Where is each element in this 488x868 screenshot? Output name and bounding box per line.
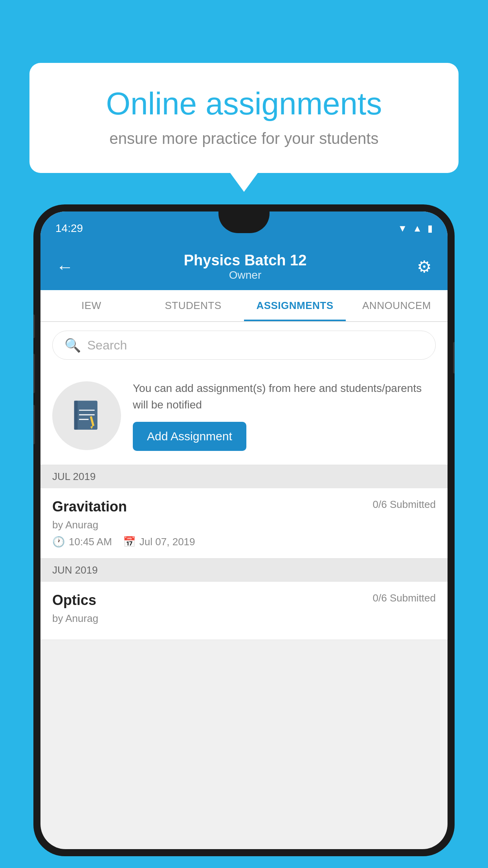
back-button[interactable]: ← (56, 257, 73, 277)
status-time: 14:29 (55, 222, 83, 235)
page-subtitle: Owner (73, 269, 417, 281)
power-button (453, 342, 455, 373)
clock-icon: 🕐 (52, 536, 65, 548)
assignment-name-optics: Optics (52, 592, 96, 609)
battery-icon: ▮ (427, 223, 433, 234)
promo-right: You can add assignment(s) from here and … (133, 380, 436, 451)
assignment-submitted: 0/6 Submitted (373, 498, 436, 511)
assignment-item-optics[interactable]: Optics 0/6 Submitted by Anurag (40, 582, 448, 640)
volume-down-button (33, 354, 35, 393)
section-header-jun: JUN 2019 (40, 559, 448, 582)
assignment-name: Gravitation (52, 498, 127, 515)
tab-iew[interactable]: IEW (40, 290, 142, 321)
promo-text: You can add assignment(s) from here and … (133, 380, 436, 413)
section-header-jul: JUL 2019 (40, 465, 448, 488)
status-icons: ▼ ▲ ▮ (398, 223, 433, 234)
app-header: ← Physics Batch 12 Owner ⚙ (40, 245, 448, 290)
page-title: Physics Batch 12 (73, 252, 417, 269)
add-assignment-promo: You can add assignment(s) from here and … (40, 368, 448, 465)
assignment-date: 📅 Jul 07, 2019 (123, 536, 195, 548)
notebook-icon (69, 398, 105, 433)
search-bar[interactable]: 🔍 Search (52, 331, 436, 360)
volume-up-button (33, 314, 35, 338)
tab-announcements[interactable]: ANNOUNCEM (346, 290, 448, 321)
wifi-icon: ▼ (398, 223, 407, 234)
status-bar: 14:29 ▼ ▲ ▮ (40, 211, 448, 245)
signal-icon: ▲ (413, 223, 422, 234)
tab-bar: IEW STUDENTS ASSIGNMENTS ANNOUNCEM (40, 290, 448, 322)
assignment-item-gravitation[interactable]: Gravitation 0/6 Submitted by Anurag 🕐 10… (40, 488, 448, 559)
phone-screen: 14:29 ▼ ▲ ▮ ← Physics Batch 12 Owner ⚙ I… (40, 211, 448, 849)
svg-rect-1 (74, 401, 77, 430)
speech-bubble-title: Online assignments (57, 86, 431, 121)
assignment-top: Gravitation 0/6 Submitted (52, 498, 436, 515)
search-placeholder: Search (87, 338, 127, 353)
tab-assignments[interactable]: ASSIGNMENTS (244, 290, 346, 321)
speech-bubble-subtitle: ensure more practice for your students (57, 130, 431, 147)
settings-icon[interactable]: ⚙ (417, 257, 432, 276)
assignment-time: 🕐 10:45 AM (52, 536, 112, 548)
camera-shortcut-button (33, 405, 35, 444)
speech-bubble: Online assignments ensure more practice … (29, 63, 459, 173)
tab-students[interactable]: STUDENTS (142, 290, 244, 321)
header-center: Physics Batch 12 Owner (73, 252, 417, 281)
assignment-by: by Anurag (52, 519, 436, 531)
search-icon: 🔍 (64, 337, 81, 353)
search-container: 🔍 Search (40, 322, 448, 368)
phone-shell: 14:29 ▼ ▲ ▮ ← Physics Batch 12 Owner ⚙ I… (33, 204, 455, 856)
calendar-icon: 📅 (123, 536, 136, 548)
assignment-meta: 🕐 10:45 AM 📅 Jul 07, 2019 (52, 536, 436, 548)
assignment-submitted-optics: 0/6 Submitted (373, 592, 436, 604)
assignment-top-optics: Optics 0/6 Submitted (52, 592, 436, 609)
promo-icon-circle (52, 381, 121, 450)
assignment-by-optics: by Anurag (52, 612, 436, 625)
add-assignment-button[interactable]: Add Assignment (133, 422, 246, 451)
